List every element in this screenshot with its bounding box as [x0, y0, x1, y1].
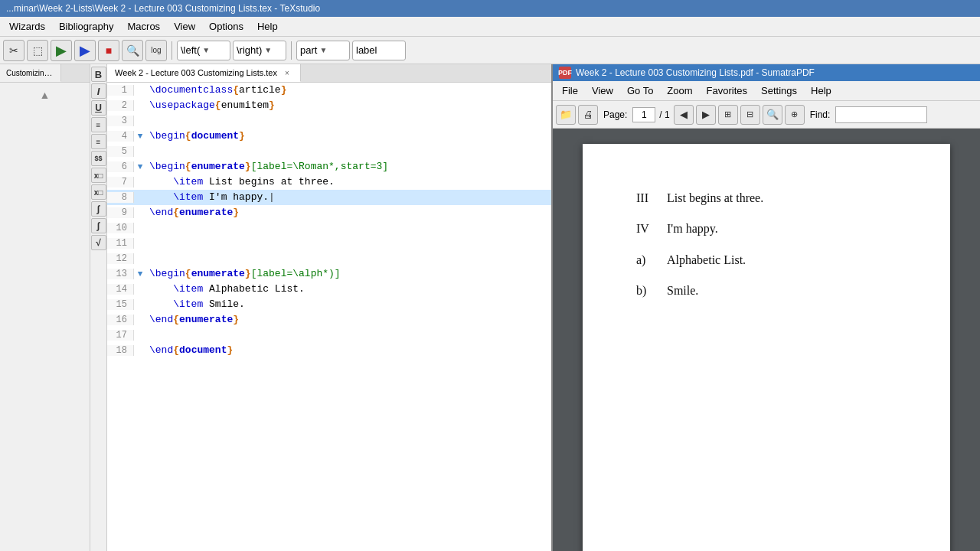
pdf-list-item: IVI'm happy. — [636, 220, 904, 237]
pdf-list-text: I'm happy. — [667, 220, 904, 237]
texstudio-menu-bar: Wizards Bibliography Macros View Options… — [0, 17, 980, 37]
fold-indicator[interactable]: ▼ — [134, 132, 146, 141]
code-line[interactable]: 11 — [107, 236, 551, 251]
find-input[interactable] — [835, 106, 927, 123]
toolbar-run-btn[interactable]: ▶ — [74, 40, 96, 61]
toolbar-sep1 — [172, 41, 172, 60]
structure-panel: ▲ — [0, 83, 90, 551]
code-line[interactable]: 14 \item Alphabetic List. — [107, 282, 551, 297]
code-content: \begin{enumerate}[label=\alph*)] — [146, 266, 341, 282]
code-line[interactable]: 13▼\begin{enumerate}[label=\alph*)] — [107, 266, 551, 282]
pdf-menu-help[interactable]: Help — [805, 83, 838, 98]
code-line[interactable]: 5 — [107, 144, 551, 159]
sup-btn[interactable]: x□ — [91, 184, 106, 200]
code-line[interactable]: 18\end{document} — [107, 343, 551, 358]
line-number: 13 — [107, 269, 134, 279]
pdf-menu-view[interactable]: View — [586, 83, 619, 98]
title-text: ...minar\Week 2-Lists\Week 2 - Lecture 0… — [6, 3, 320, 14]
line-number: 5 — [107, 146, 134, 157]
menu-options[interactable]: Options — [203, 19, 250, 34]
line-number: 9 — [107, 207, 134, 218]
code-content: \item List begins at three. — [146, 174, 335, 190]
pdf-list-text: Smile. — [667, 282, 904, 299]
line-number: 14 — [107, 284, 134, 295]
code-line[interactable]: 4▼\begin{document} — [107, 129, 551, 144]
code-line[interactable]: 17 — [107, 328, 551, 343]
line-number: 18 — [107, 345, 134, 356]
pdf-list-item: a)Alphabetic List. — [636, 252, 904, 269]
code-line[interactable]: 3 — [107, 113, 551, 129]
bold-btn[interactable]: B — [91, 67, 106, 82]
code-content: \end{enumerate} — [146, 205, 239, 220]
menu-macros[interactable]: Macros — [122, 19, 167, 34]
code-content: \end{document} — [146, 343, 233, 358]
toolbar-compile-btn[interactable]: ▶ — [51, 40, 72, 61]
pdf-fit-width-btn[interactable]: ⊟ — [740, 105, 760, 125]
editor-tab-close[interactable]: × — [282, 67, 292, 78]
code-content: \begin{document} — [146, 129, 245, 144]
toolbar-left-dropdown[interactable]: \left( ▼ — [177, 41, 230, 60]
part-dropdown-arrow: ▼ — [319, 46, 327, 54]
math-btn[interactable]: $$ — [91, 151, 106, 166]
sqrt-btn[interactable]: √ — [91, 235, 106, 250]
menu-view[interactable]: View — [168, 19, 201, 34]
italic-btn[interactable]: I — [91, 83, 106, 99]
menu-wizards[interactable]: Wizards — [3, 19, 51, 34]
pdf-zoom-in-btn[interactable]: ⊕ — [785, 105, 805, 125]
code-line[interactable]: 12 — [107, 251, 551, 266]
int2-btn[interactable]: ∫ — [91, 218, 106, 233]
toolbar-search-btn[interactable]: 🔍 — [122, 40, 143, 61]
toolbar-cut-btn[interactable]: ✂ — [3, 40, 24, 61]
pdf-prev-btn[interactable]: ◀ — [674, 105, 694, 125]
list-btn[interactable]: ≡ — [91, 117, 106, 132]
code-line[interactable]: 1\documentclass{article} — [107, 83, 551, 98]
editor-tab-active[interactable]: Week 2 - Lecture 003 Customizing Lists.t… — [107, 64, 301, 82]
nav-arrow-up[interactable]: ▲ — [3, 86, 87, 104]
toolbar-label-dropdown[interactable]: label — [352, 41, 406, 60]
sidebar-tab-bar: Customizing Lists.... × — [0, 64, 90, 83]
page-total: / 1 — [659, 109, 669, 120]
sub-btn[interactable]: x□ — [91, 168, 106, 183]
code-line[interactable]: 8 \item I'm happy.| — [107, 190, 551, 205]
code-line[interactable]: 6▼\begin{enumerate}[label=\Roman*,start=… — [107, 159, 551, 174]
pdf-open-btn[interactable]: 📁 — [556, 105, 576, 125]
fold-indicator[interactable]: ▼ — [134, 269, 146, 279]
toolbar-copy-btn[interactable]: ⬚ — [27, 40, 48, 61]
pdf-menu-file[interactable]: File — [556, 83, 584, 98]
page-input[interactable] — [632, 107, 655, 122]
pdf-list-item: b)Smile. — [636, 282, 904, 299]
pdf-zoom-out-btn[interactable]: 🔍 — [763, 105, 782, 125]
pdf-print-btn[interactable]: 🖨 — [578, 105, 598, 125]
code-line[interactable]: 15 \item Smile. — [107, 297, 551, 312]
underline-btn[interactable]: U — [91, 100, 106, 116]
title-bar: ...minar\Week 2-Lists\Week 2 - Lecture 0… — [0, 0, 980, 17]
line-number: 8 — [107, 192, 134, 203]
code-line[interactable]: 7 \item List begins at three. — [107, 174, 551, 190]
code-line[interactable]: 16\end{enumerate} — [107, 312, 551, 328]
line-number: 17 — [107, 330, 134, 341]
toolbar-part-dropdown[interactable]: part ▼ — [296, 41, 350, 60]
code-line[interactable]: 2\usepackage{enumitem} — [107, 98, 551, 113]
pdf-fit-page-btn[interactable]: ⊞ — [718, 105, 738, 125]
menu-help[interactable]: Help — [251, 19, 284, 34]
toolbar-right-dropdown[interactable]: \right) ▼ — [233, 41, 286, 60]
code-line[interactable]: 10 — [107, 220, 551, 236]
pdf-title-bar: PDF Week 2 - Lecture 003 Customizing Lis… — [553, 64, 980, 81]
toolbar-stop-btn[interactable]: ■ — [98, 40, 119, 61]
pdf-next-btn[interactable]: ▶ — [696, 105, 716, 125]
int-btn[interactable]: ∫ — [91, 201, 106, 217]
editor-content[interactable]: 1\documentclass{article}2\usepackage{enu… — [107, 83, 551, 551]
pdf-menu-zoom[interactable]: Zoom — [661, 83, 698, 98]
fold-indicator[interactable]: ▼ — [134, 162, 146, 171]
editor-tabs: Week 2 - Lecture 003 Customizing Lists.t… — [107, 64, 551, 83]
pdf-list-label: b) — [636, 282, 667, 299]
pdf-menu-goto[interactable]: Go To — [621, 83, 659, 98]
pdf-menu-favorites[interactable]: Favorites — [701, 83, 753, 98]
pdf-menu-settings[interactable]: Settings — [755, 83, 803, 98]
list2-btn[interactable]: ≡ — [91, 134, 106, 149]
code-line[interactable]: 9\end{enumerate} — [107, 205, 551, 220]
sidebar-tab[interactable]: Customizing Lists.... × — [0, 64, 61, 82]
pdf-toolbar: 📁 🖨 Page: / 1 ◀ ▶ ⊞ ⊟ 🔍 ⊕ Find: — [553, 101, 980, 129]
toolbar-log-btn[interactable]: log — [145, 40, 167, 61]
menu-bibliography[interactable]: Bibliography — [53, 19, 120, 34]
